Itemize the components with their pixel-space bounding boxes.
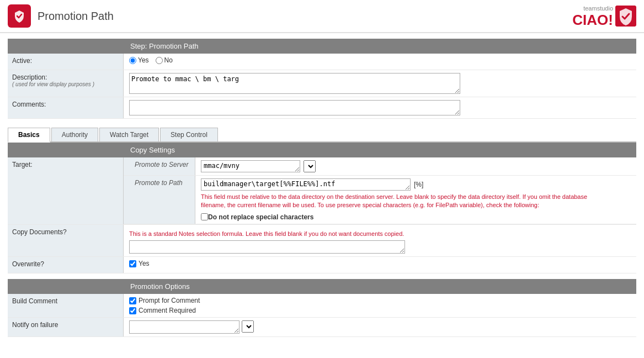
copy-settings-header-title: Copy Settings xyxy=(124,143,636,157)
comments-label: Comments: xyxy=(8,97,124,118)
copy-documents-value: This is a standard Notes selection formu… xyxy=(124,225,636,256)
comment-required-label[interactable]: Comment Required xyxy=(129,307,196,314)
promote-server-textarea[interactable]: mmac/mvny xyxy=(201,160,300,172)
copy-documents-textarea[interactable] xyxy=(129,240,405,254)
copy-settings-header-spacer xyxy=(8,143,124,157)
page-title: Promotion Path xyxy=(38,10,114,23)
tab-watch-target[interactable]: Watch Target xyxy=(99,128,159,141)
overwrite-value: Yes xyxy=(124,257,636,270)
app-logo-icon xyxy=(8,4,31,28)
header: Promotion Path teamstudio CIAO! xyxy=(0,0,644,33)
step-header-row: Step: Promotion Path xyxy=(8,39,636,54)
overwrite-label: Overwrite? xyxy=(8,257,124,273)
notify-failure-value xyxy=(124,318,636,336)
active-yes-radio[interactable] xyxy=(129,57,136,64)
overwrite-yes-label[interactable]: Yes xyxy=(129,260,150,267)
comments-row: Comments: xyxy=(8,97,636,119)
promotion-options-header-row: Promotion Options xyxy=(8,279,636,294)
brand-icon xyxy=(615,6,636,27)
tab-basics[interactable]: Basics xyxy=(8,128,50,143)
promote-path-label: Promote to Path xyxy=(124,176,195,224)
path-info-text: This field must be relative to the data … xyxy=(201,193,598,210)
promote-path-row: Promote to Path buildmanager\target[%%FI… xyxy=(124,176,636,224)
brand-product: CIAO! xyxy=(572,13,613,27)
comment-required-checkbox[interactable] xyxy=(129,307,136,314)
overwrite-row: Overwrite? Yes xyxy=(8,257,636,273)
active-value: Yes No xyxy=(124,54,636,67)
active-no-radio[interactable] xyxy=(156,57,163,64)
main-content: Step: Promotion Path Active: Yes No Desc… xyxy=(0,33,644,343)
active-yes-radio-label[interactable]: Yes xyxy=(129,56,149,64)
no-replace-checkbox[interactable] xyxy=(201,213,208,220)
copy-documents-label: Copy Documents? xyxy=(8,225,124,256)
build-comment-row: Build Comment Prompt for Comment Comment… xyxy=(8,294,636,318)
tab-step-control[interactable]: Step Control xyxy=(160,128,218,141)
comments-textarea[interactable] xyxy=(129,100,460,115)
brand-logo: teamstudio CIAO! xyxy=(572,5,636,27)
step-header-spacer xyxy=(8,39,124,54)
no-replace-label[interactable]: Do not replace special characters xyxy=(201,213,313,221)
promote-path-textarea[interactable]: buildmanager\target[%%FILE%%].ntf xyxy=(201,178,411,191)
promote-path-input-row: buildmanager\target[%%FILE%%].ntf [%] xyxy=(201,178,423,191)
promotion-options-header-spacer xyxy=(8,279,124,294)
promote-server-value: mmac/mvny xyxy=(195,157,636,175)
tabs: Basics Authority Watch Target Step Contr… xyxy=(8,127,636,143)
target-row: Target: Promote to Server mmac/mvny xyxy=(8,157,636,225)
promote-server-row: Promote to Server mmac/mvny xyxy=(124,157,636,176)
prompt-for-comment-label[interactable]: Prompt for Comment xyxy=(129,297,200,304)
promote-server-select[interactable] xyxy=(304,160,316,172)
description-row: Description: ( used for view display pur… xyxy=(8,70,636,97)
active-label: Active: xyxy=(8,54,124,70)
build-comment-label: Build Comment xyxy=(8,294,124,317)
promotion-options-header-title: Promotion Options xyxy=(124,279,636,294)
target-sub-rows: Promote to Server mmac/mvny Promote to P… xyxy=(124,157,636,224)
promote-server-input-row: mmac/mvny xyxy=(201,160,316,172)
notify-failure-textarea[interactable] xyxy=(129,320,239,334)
active-no-radio-label[interactable]: No xyxy=(156,56,173,64)
target-label: Target: xyxy=(8,157,124,224)
prompt-for-comment-checkbox[interactable] xyxy=(129,297,136,304)
copy-settings-header-row: Copy Settings xyxy=(8,143,636,157)
notify-failure-select[interactable] xyxy=(242,320,254,333)
comments-value xyxy=(124,97,636,118)
step-header-title: Step: Promotion Path xyxy=(124,39,636,54)
active-row: Active: Yes No xyxy=(8,54,636,70)
description-label: Description: ( used for view display pur… xyxy=(8,70,124,97)
copy-documents-info: This is a standard Notes selection formu… xyxy=(129,230,404,238)
description-textarea[interactable]: Promote to mmac \ bm \ targ xyxy=(129,73,460,94)
notify-failure-label: Notify on failure xyxy=(8,318,124,336)
overwrite-checkbox[interactable] xyxy=(129,260,136,267)
description-value: Promote to mmac \ bm \ targ xyxy=(124,70,636,97)
promote-path-bracket: [%] xyxy=(414,181,423,188)
promote-path-value: buildmanager\target[%%FILE%%].ntf [%] Th… xyxy=(195,176,636,224)
header-left: Promotion Path xyxy=(8,4,114,28)
copy-documents-row: Copy Documents? This is a standard Notes… xyxy=(8,225,636,257)
tab-authority[interactable]: Authority xyxy=(51,128,98,141)
build-comment-value: Prompt for Comment Comment Required xyxy=(124,294,636,317)
promote-server-label: Promote to Server xyxy=(124,157,195,175)
notify-failure-row: Notify on failure xyxy=(8,318,636,337)
